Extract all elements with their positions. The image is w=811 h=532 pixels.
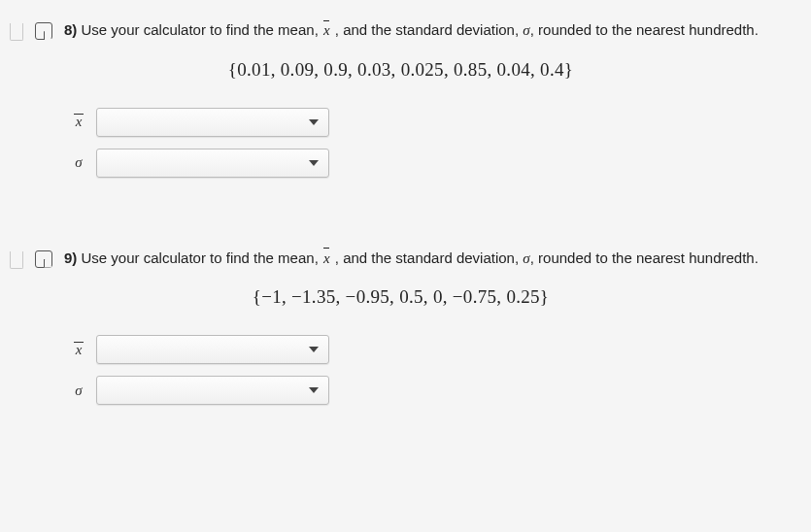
answer-rows: x σ xyxy=(71,335,792,405)
sigma-dropdown[interactable] xyxy=(96,376,329,405)
mean-label: x xyxy=(71,342,86,358)
mean-label: x xyxy=(71,114,86,130)
sigma-symbol: σ xyxy=(523,22,529,38)
prompt-text-3: , rounded to the nearest hundredth. xyxy=(530,249,759,266)
mean-dropdown[interactable] xyxy=(96,335,329,364)
answer-row-mean: x xyxy=(71,108,792,137)
prompt-text-2: , and the standard deviation, xyxy=(331,21,524,38)
note-icon[interactable] xyxy=(35,22,52,40)
question-prompt: 8) Use your calculator to find the mean,… xyxy=(64,19,792,42)
prompt-text-1: Use your calculator to find the mean, xyxy=(82,249,322,266)
sigma-label: σ xyxy=(71,154,86,171)
question-8: 8) Use your calculator to find the mean,… xyxy=(0,0,811,228)
sigma-dropdown[interactable] xyxy=(96,149,329,178)
question-prompt: 9) Use your calculator to find the mean,… xyxy=(64,248,792,270)
prompt-text-3: , rounded to the nearest hundredth. xyxy=(530,21,759,38)
question-number: 8) xyxy=(64,21,77,38)
bookmark-icon[interactable] xyxy=(10,23,23,41)
mean-dropdown[interactable] xyxy=(96,108,329,137)
prompt-text-1: Use your calculator to find the mean, xyxy=(82,21,322,38)
answer-row-sigma: σ xyxy=(71,376,792,405)
xbar-symbol: x xyxy=(322,19,331,42)
answer-row-sigma: σ xyxy=(71,149,792,178)
chevron-down-icon xyxy=(309,119,319,125)
xbar-symbol: x xyxy=(322,248,331,270)
note-icon[interactable] xyxy=(35,250,52,268)
answer-rows: x σ xyxy=(71,108,792,178)
chevron-down-icon xyxy=(309,160,319,166)
prompt-text-2: , and the standard deviation, xyxy=(331,249,524,266)
question-header: 8) Use your calculator to find the mean,… xyxy=(10,19,792,42)
sigma-label: σ xyxy=(71,382,86,399)
bookmark-icon[interactable] xyxy=(10,251,23,269)
sigma-symbol: σ xyxy=(523,250,529,266)
chevron-down-icon xyxy=(309,387,319,393)
dataset-display: {0.01, 0.09, 0.9, 0.03, 0.025, 0.85, 0.0… xyxy=(10,59,792,81)
question-9: 9) Use your calculator to find the mean,… xyxy=(0,228,811,456)
answer-row-mean: x xyxy=(71,335,792,364)
question-header: 9) Use your calculator to find the mean,… xyxy=(10,248,792,270)
question-number: 9) xyxy=(64,249,77,266)
chevron-down-icon xyxy=(309,347,319,352)
dataset-display: {−1, −1.35, −0.95, 0.5, 0, −0.75, 0.25} xyxy=(10,286,792,308)
